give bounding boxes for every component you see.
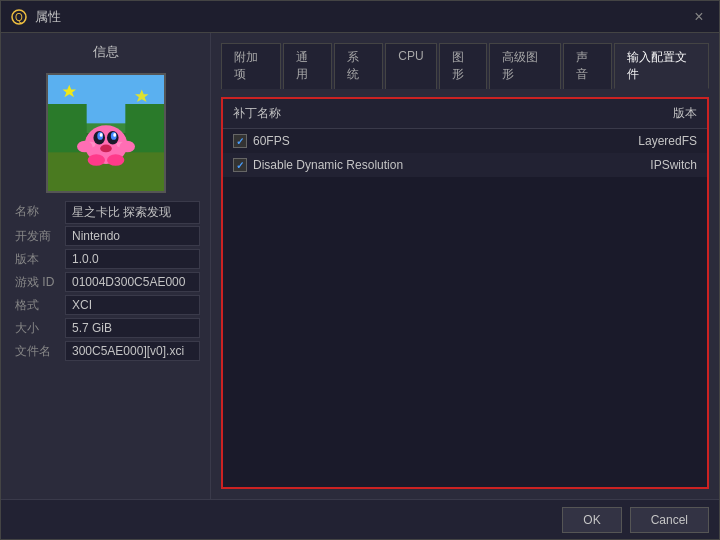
value-gameid: 01004D300C5AE000 xyxy=(65,272,200,292)
svg-text:Q: Q xyxy=(15,12,23,23)
info-row-size: 大小 5.7 GiB xyxy=(11,318,200,339)
patch-name-cell: Disable Dynamic Resolution xyxy=(223,153,565,177)
game-cover-art xyxy=(48,75,164,191)
table-header-row: 补丁名称 版本 xyxy=(223,99,707,129)
svg-point-16 xyxy=(99,133,102,137)
svg-point-18 xyxy=(100,145,112,153)
label-developer: 开发商 xyxy=(11,226,61,247)
label-version: 版本 xyxy=(11,249,61,270)
patch-checkbox-1[interactable] xyxy=(233,134,247,148)
footer: OK Cancel xyxy=(1,499,719,539)
col-header-name: 补丁名称 xyxy=(223,99,565,129)
patch-version-2: IPSwitch xyxy=(565,153,707,177)
patch-checkbox-row-2: Disable Dynamic Resolution xyxy=(233,158,555,172)
close-button[interactable]: × xyxy=(689,7,709,27)
info-table: 名称 星之卡比 探索发现 开发商 Nintendo 版本 1.0.0 游戏 ID… xyxy=(11,201,200,362)
col-header-version: 版本 xyxy=(565,99,707,129)
info-row-name: 名称 星之卡比 探索发现 xyxy=(11,201,200,224)
tabs-bar: 附加项 通用 系统 CPU 图形 高级图形 声音 输入配置文件 xyxy=(221,43,709,89)
tab-input-config[interactable]: 输入配置文件 xyxy=(614,43,709,89)
svg-point-11 xyxy=(106,154,123,166)
titlebar: Q 属性 × xyxy=(1,1,719,33)
right-panel: 附加项 通用 系统 CPU 图形 高级图形 声音 输入配置文件 补丁名称 版本 xyxy=(211,33,719,499)
patch-name-2: Disable Dynamic Resolution xyxy=(253,158,403,172)
window-title: 属性 xyxy=(35,8,61,26)
info-row-developer: 开发商 Nintendo xyxy=(11,226,200,247)
info-row-version: 版本 1.0.0 xyxy=(11,249,200,270)
label-filename: 文件名 xyxy=(11,341,61,362)
main-content: 信息 xyxy=(1,33,719,499)
svg-point-22 xyxy=(119,141,134,153)
svg-point-10 xyxy=(87,154,104,166)
svg-point-17 xyxy=(113,133,116,137)
app-icon: Q xyxy=(11,9,27,25)
titlebar-left: Q 属性 xyxy=(11,8,61,26)
label-name: 名称 xyxy=(11,201,61,222)
cancel-button[interactable]: Cancel xyxy=(630,507,709,533)
value-filename: 300C5AE000][v0].xci xyxy=(65,341,200,361)
value-name: 星之卡比 探索发现 xyxy=(65,201,200,224)
info-row-gameid: 游戏 ID 01004D300C5AE000 xyxy=(11,272,200,293)
table-row: Disable Dynamic Resolution IPSwitch xyxy=(223,153,707,177)
value-version: 1.0.0 xyxy=(65,249,200,269)
ok-button[interactable]: OK xyxy=(562,507,621,533)
tab-addons[interactable]: 附加项 xyxy=(221,43,281,89)
patch-name-cell: 60FPS xyxy=(223,129,565,154)
patch-version-1: LayeredFS xyxy=(565,129,707,154)
tab-system[interactable]: 系统 xyxy=(334,43,383,89)
table-row: 60FPS LayeredFS xyxy=(223,129,707,154)
info-row-filename: 文件名 300C5AE000][v0].xci xyxy=(11,341,200,362)
tab-advanced-graphics[interactable]: 高级图形 xyxy=(489,43,561,89)
game-thumbnail xyxy=(46,73,166,193)
tab-audio[interactable]: 声音 xyxy=(563,43,612,89)
sidebar-header: 信息 xyxy=(11,43,200,61)
patch-name-1: 60FPS xyxy=(253,134,290,148)
info-row-format: 格式 XCI xyxy=(11,295,200,316)
label-size: 大小 xyxy=(11,318,61,339)
value-developer: Nintendo xyxy=(65,226,200,246)
patch-checkbox-row-1: 60FPS xyxy=(233,134,555,148)
value-format: XCI xyxy=(65,295,200,315)
label-gameid: 游戏 ID xyxy=(11,272,61,293)
tab-graphics[interactable]: 图形 xyxy=(439,43,488,89)
tab-general[interactable]: 通用 xyxy=(283,43,332,89)
patch-table: 补丁名称 版本 60FPS LayeredFS xyxy=(223,99,707,177)
svg-point-21 xyxy=(77,141,92,153)
main-window: Q 属性 × 信息 xyxy=(0,0,720,540)
tab-cpu[interactable]: CPU xyxy=(385,43,436,89)
value-size: 5.7 GiB xyxy=(65,318,200,338)
patch-checkbox-2[interactable] xyxy=(233,158,247,172)
patch-container: 补丁名称 版本 60FPS LayeredFS xyxy=(221,97,709,489)
sidebar: 信息 xyxy=(1,33,211,499)
label-format: 格式 xyxy=(11,295,61,316)
